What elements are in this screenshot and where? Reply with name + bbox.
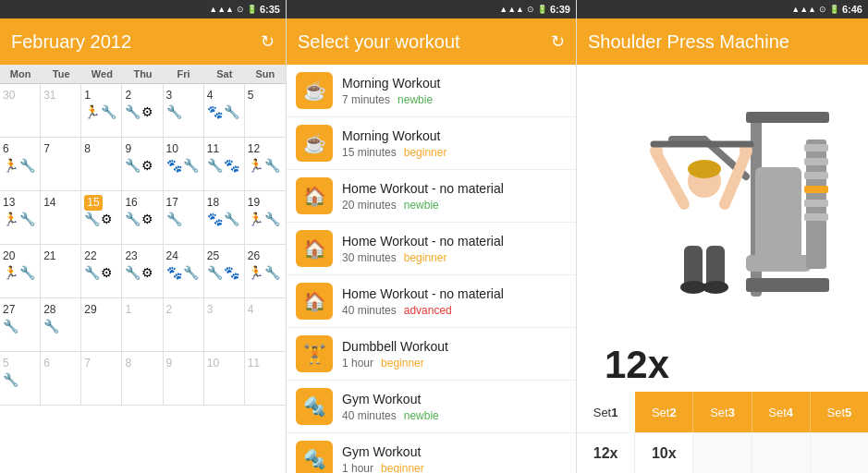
weekday-label: Sat xyxy=(204,65,245,83)
svg-rect-10 xyxy=(804,172,828,179)
set-tab[interactable]: Set 1 xyxy=(577,392,635,432)
calendar-cell[interactable]: 10 xyxy=(204,352,245,406)
calendar-cell[interactable]: 5🔧 xyxy=(0,352,41,406)
svg-rect-3 xyxy=(755,167,801,260)
cal-day-number: 27 xyxy=(3,303,15,316)
calendar-cell[interactable]: 16🔧⚙ xyxy=(122,191,163,245)
workout-duration: 7 minutes xyxy=(342,93,390,106)
calendar-cell[interactable]: 19🏃🔧 xyxy=(245,191,286,245)
svg-rect-4 xyxy=(746,255,811,272)
calendar-cell[interactable]: 27🔧 xyxy=(0,298,41,352)
set-tab[interactable]: Set 5 xyxy=(811,392,868,432)
workout-title: Select your workout xyxy=(298,31,460,53)
calendar-cell[interactable]: 31 xyxy=(41,84,81,138)
workout-list-item[interactable]: 🏠Home Workout - no material20 minutesnew… xyxy=(287,170,576,223)
calendar-cell[interactable]: 18🐾🔧 xyxy=(204,191,245,245)
calendar-cell[interactable]: 10🐾🔧 xyxy=(164,138,204,191)
workout-level-badge: newbie xyxy=(404,199,439,212)
cal-day-number: 12 xyxy=(248,142,260,155)
workout-list-item[interactable]: 🔩Gym Workout1 hourbeginner xyxy=(287,433,576,473)
cal-workout-icon: 🏃 xyxy=(248,159,263,172)
calendar-cell[interactable]: 9🔧⚙ xyxy=(122,138,163,191)
calendar-cell[interactable]: 20🏃🔧 xyxy=(0,245,41,298)
workout-list-item[interactable]: ☕Morning Workout15 minutesbeginner xyxy=(287,117,576,170)
workout-icon: ☕ xyxy=(296,125,333,162)
cal-workout-icon: 🔧 xyxy=(125,159,141,172)
exercise-header: Shoulder Press Machine xyxy=(577,18,868,65)
cal-day-number: 4 xyxy=(207,89,214,102)
cal-workout-icon: ⚙ xyxy=(141,105,153,118)
calendar-cell[interactable]: 7 xyxy=(81,352,122,406)
calendar-cell[interactable]: 15🔧⚙ xyxy=(81,191,122,245)
cal-day-number: 8 xyxy=(125,357,131,370)
calendar-cell[interactable]: 4🐾🔧 xyxy=(204,84,245,138)
workout-list-item[interactable]: 🏠Home Workout - no material30 minutesbeg… xyxy=(287,223,576,275)
cal-day-number: 2 xyxy=(166,303,173,316)
calendar-cell[interactable]: 1 xyxy=(122,298,163,352)
calendar-cell[interactable]: 11🔧🐾 xyxy=(204,138,245,191)
calendar-cell[interactable]: 8 xyxy=(81,138,122,191)
cal-day-number: 20 xyxy=(3,249,15,262)
calendar-cell[interactable]: 25🔧🐾 xyxy=(204,245,245,298)
calendar-cell[interactable]: 14 xyxy=(41,191,81,245)
calendar-cell[interactable]: 13🏃🔧 xyxy=(0,191,41,245)
calendar-cell[interactable]: 3🔧 xyxy=(164,84,204,138)
calendar-cell[interactable]: 7 xyxy=(41,138,81,191)
workout-list-item[interactable]: 🏋Dumbbell Workout1 hourbeginner xyxy=(287,328,576,381)
exercise-title: Shoulder Press Machine xyxy=(588,31,789,53)
cal-workout-icon: 🏃 xyxy=(248,266,263,279)
calendar-cell[interactable]: 9 xyxy=(164,352,204,406)
set-tab[interactable]: Set 4 xyxy=(752,392,811,432)
refresh-icon-2[interactable]: ↻ xyxy=(551,31,565,52)
calendar-cell[interactable]: 22🔧⚙ xyxy=(81,245,122,298)
weekday-label: Sun xyxy=(245,65,286,83)
workout-level-badge: beginner xyxy=(404,251,447,264)
calendar-cell[interactable]: 29 xyxy=(81,298,122,352)
workout-level-badge: beginner xyxy=(381,357,424,370)
calendar-cell[interactable]: 12🏃🔧 xyxy=(245,138,286,191)
weekday-label: Thu xyxy=(122,65,163,83)
workout-duration: 1 hour xyxy=(342,462,373,473)
set-tab[interactable]: Set 2 xyxy=(635,392,693,432)
workout-list-item[interactable]: ☕Morning Workout7 minutesnewbie xyxy=(287,65,576,117)
calendar-cell[interactable]: 26🏃🔧 xyxy=(245,245,286,298)
workout-duration: 40 minutes xyxy=(342,409,397,422)
cal-day-number: 10 xyxy=(207,357,219,370)
calendar-cell[interactable]: 30 xyxy=(0,84,41,138)
weekday-label: Mon xyxy=(0,65,41,83)
calendar-cell[interactable]: 23🔧⚙ xyxy=(122,245,163,298)
calendar-cell[interactable]: 8 xyxy=(122,352,163,406)
set-value-cell: 10x xyxy=(635,433,693,473)
calendar-cell[interactable]: 6 xyxy=(41,352,81,406)
workout-list-item[interactable]: 🏠Home Workout - no material40 minutesadv… xyxy=(287,275,576,328)
cal-workout-icon: 🔧 xyxy=(264,159,280,172)
svg-rect-2 xyxy=(746,112,829,123)
calendar-grid[interactable]: 30311🏃🔧2🔧⚙3🔧4🐾🔧56🏃🔧789🔧⚙10🐾🔧11🔧🐾12🏃🔧13🏃🔧… xyxy=(0,84,286,406)
calendar-cell[interactable]: 24🐾🔧 xyxy=(164,245,204,298)
workout-icon: 🔩 xyxy=(296,441,333,473)
calendar-cell[interactable]: 11 xyxy=(245,352,286,406)
cal-workout-icon: 🏃 xyxy=(84,105,100,118)
calendar-cell[interactable]: 21 xyxy=(41,245,81,298)
workout-list-item[interactable]: 🔩Gym Workout40 minutesnewbie xyxy=(287,381,576,433)
calendar-cell[interactable]: 28🔧 xyxy=(41,298,81,352)
status-bar-2: ▲▲▲ ⊙ 🔋 6:39 xyxy=(287,0,576,18)
calendar-cell[interactable]: 2 xyxy=(164,298,204,352)
calendar-cell[interactable]: 17🔧 xyxy=(164,191,204,245)
workout-level-badge: beginner xyxy=(381,462,424,473)
calendar-cell[interactable]: 2🔧⚙ xyxy=(122,84,163,138)
calendar-cell[interactable]: 3 xyxy=(204,298,245,352)
sets-tab-bar[interactable]: Set 1Set 2Set 3Set 4Set 5 xyxy=(577,392,868,432)
calendar-cell[interactable]: 6🏃🔧 xyxy=(0,138,41,191)
battery-icon-2: 🔋 xyxy=(537,5,547,14)
calendar-cell[interactable]: 4 xyxy=(245,298,286,352)
cal-day-number: 16 xyxy=(125,196,137,209)
cal-workout-icon: ⚙ xyxy=(141,266,153,279)
set-tab[interactable]: Set 3 xyxy=(693,392,752,432)
set-label: Set xyxy=(652,406,670,419)
signal-icon: ▲▲▲ xyxy=(209,5,234,14)
calendar-cell[interactable]: 5 xyxy=(245,84,286,138)
calendar-cell[interactable]: 1🏃🔧 xyxy=(81,84,122,138)
set-number: 4 xyxy=(787,406,793,419)
refresh-icon[interactable]: ↻ xyxy=(261,31,275,52)
